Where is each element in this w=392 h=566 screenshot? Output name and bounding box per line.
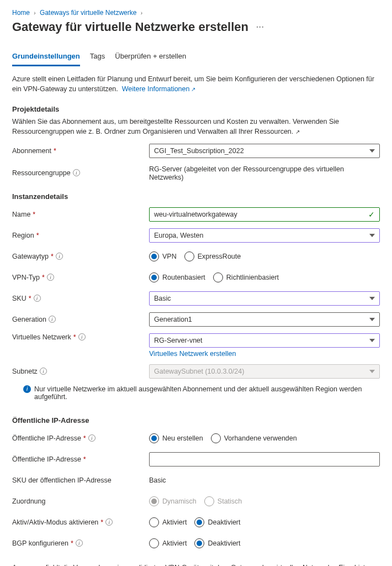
sku-dropdown[interactable]: Basic (149, 291, 380, 306)
chevron-down-icon (369, 297, 375, 300)
vnet-label: Virtuelles Netzwerk* (12, 333, 149, 341)
pubip-mode-label: Öffentliche IP-Adresse* (12, 434, 149, 442)
info-icon[interactable] (78, 333, 86, 340)
chevron-right-icon: › (34, 10, 35, 16)
sku-label: SKU* (12, 295, 149, 302)
tabs: Grundeinstellungen Tags Überprüfen + ers… (12, 49, 380, 66)
subscription-dropdown[interactable]: CGI_Test_Subscription_2022 (149, 144, 380, 158)
info-icon[interactable] (34, 295, 41, 302)
footer-text: Azure empfiehlt die Verwendung eines val… (12, 563, 380, 567)
tab-tags[interactable]: Tags (90, 49, 105, 66)
chevron-down-icon (369, 339, 375, 342)
info-icon[interactable] (47, 274, 54, 281)
activeactive-label: Aktiv/Aktiv-Modus aktivieren* (12, 518, 149, 526)
chevron-right-icon: › (141, 10, 142, 16)
name-input[interactable]: weu-virtualnetworkgateway✓ (149, 207, 380, 222)
intro-text: Azure stellt einen Leitfaden für Planung… (12, 74, 380, 94)
tab-review[interactable]: Überprüfen + erstellen (115, 49, 186, 66)
resourcegroup-label: Ressourcengruppe (12, 169, 149, 177)
more-actions-icon[interactable]: ··· (256, 23, 264, 32)
check-icon: ✓ (368, 210, 375, 219)
info-icon[interactable] (76, 539, 83, 547)
info-icon (23, 385, 31, 393)
section-pubip-heading: Öffentliche IP-Adresse (12, 416, 380, 424)
assignment-label: Zuordnung (12, 497, 149, 505)
page-title: Gateway für virtuelle Netzwerke erstelle… (12, 20, 380, 34)
region-label: Region* (12, 232, 149, 239)
chevron-down-icon (369, 370, 375, 373)
info-icon[interactable] (88, 434, 96, 442)
subnet-dropdown: GatewaySubnet (10.0.3.0/24) (149, 364, 380, 379)
name-label: Name* (12, 211, 149, 218)
tab-grundeinstellungen[interactable]: Grundeinstellungen (12, 49, 80, 66)
breadcrumb-home[interactable]: Home (12, 9, 30, 17)
chevron-down-icon (369, 234, 375, 237)
pubip-new-radio[interactable]: Neu erstellen (149, 433, 203, 443)
bgp-label: BGP konfigurieren* (12, 539, 149, 547)
gatewaytype-vpn-radio[interactable]: VPN (149, 251, 177, 261)
breadcrumb: Home › Gateways für virtuelle Netzwerke … (12, 9, 380, 17)
vnet-dropdown[interactable]: RG-Server-vnet (149, 333, 380, 348)
subscription-label: Abonnement* (12, 147, 149, 155)
pubip-name-label: Öffentliche IP-Adresse* (12, 455, 149, 463)
resourcegroup-value: RG-Server (abgeleitet von der Ressourcen… (149, 165, 344, 181)
gatewaytype-label: Gatewaytyp* (12, 253, 149, 260)
assignment-dynamic-radio: Dynamisch (149, 496, 197, 506)
generation-label: Generation (12, 316, 149, 323)
chevron-down-icon (369, 318, 375, 321)
create-vnet-link[interactable]: Virtuelles Netzwerk erstellen (149, 350, 236, 358)
pubip-existing-radio[interactable]: Vorhandene verwenden (211, 433, 297, 443)
gatewaytype-expressroute-radio[interactable]: ExpressRoute (184, 251, 241, 261)
aa-disabled-radio[interactable]: Deaktiviert (194, 517, 240, 527)
pubip-name-input[interactable] (149, 452, 380, 467)
vpntype-label: VPN-Typ* (12, 274, 149, 281)
aa-enabled-radio[interactable]: Aktiviert (149, 517, 187, 527)
assignment-static-radio: Statisch (204, 496, 242, 506)
pubip-sku-value: Basic (149, 476, 166, 484)
section-project-text: Wählen Sie das Abonnement aus, um bereit… (12, 117, 380, 137)
info-icon[interactable] (49, 316, 56, 323)
section-instance-heading: Instanzendetails (12, 192, 380, 201)
breadcrumb-gateways[interactable]: Gateways für virtuelle Netzwerke (40, 9, 136, 17)
vpntype-route-radio[interactable]: Routenbasiert (149, 272, 205, 282)
bgp-disabled-radio[interactable]: Deaktiviert (194, 538, 240, 548)
subnet-info-note: Nur virtuelle Netzwerke im aktuell ausge… (12, 385, 380, 401)
vpntype-policy-radio[interactable]: Richtlinienbasiert (213, 272, 279, 282)
region-dropdown[interactable]: Europa, Westen (149, 228, 380, 243)
info-icon[interactable] (56, 253, 63, 260)
generation-dropdown[interactable]: Generation1 (149, 312, 380, 327)
bgp-enabled-radio[interactable]: Aktiviert (149, 538, 187, 548)
chevron-down-icon (369, 149, 375, 153)
info-icon[interactable] (73, 169, 80, 176)
subnet-label: Subnetz (12, 368, 149, 375)
info-icon[interactable] (105, 518, 113, 526)
learn-more-link[interactable]: Weitere Informationen (122, 85, 196, 93)
section-project-heading: Projektdetails (12, 105, 380, 113)
info-icon[interactable] (40, 368, 47, 375)
pubip-sku-label: SKU der öffentlichen IP-Adresse (12, 476, 149, 484)
